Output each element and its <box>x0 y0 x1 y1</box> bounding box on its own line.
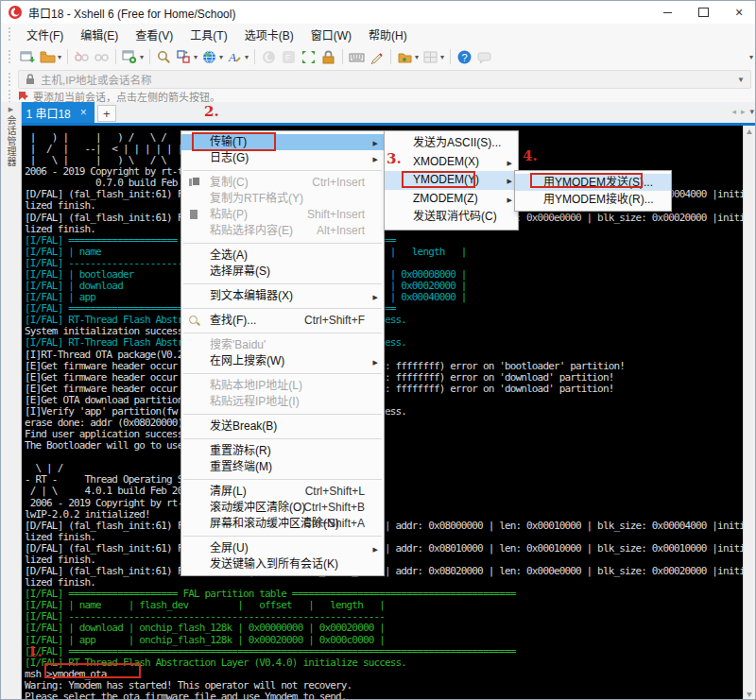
context-menu-item-3[interactable]: 复制(C)Ctrl+Insert <box>181 175 384 191</box>
compose-button[interactable] <box>175 48 193 66</box>
context-menu-item-19[interactable]: 粘贴远程IP地址(I) <box>181 394 384 410</box>
menubar-item-4[interactable]: 选项卡(B) <box>236 24 302 45</box>
context-menu-item-21[interactable]: 发送Break(B) <box>181 418 384 435</box>
menu-item-label: 清屏(L) <box>210 485 247 498</box>
context-menu-item-27[interactable]: 滚动缓冲区清除(O)Ctrl+Shift+B <box>181 500 384 516</box>
tab-scroll-left-icon[interactable]: ◂ <box>731 107 736 116</box>
xftp-button[interactable]: F <box>280 48 298 66</box>
context-menu-item-16[interactable]: 在网上搜索(W)▶ <box>181 353 384 369</box>
context-menu-item-4[interactable]: 复制为RTF格式(Y) <box>181 191 384 207</box>
ymodem-submenu-item-1[interactable]: 用YMODEM接收(R)... <box>515 191 671 208</box>
menu-icon-slot <box>189 446 200 457</box>
connect-button[interactable] <box>73 48 91 66</box>
terminal-line-38: [D/FAL] (fal_flash_init:61) Flash device… <box>25 566 745 577</box>
session-properties-dropdown[interactable]: ▾ <box>140 53 144 61</box>
context-menu-separator <box>183 479 382 480</box>
context-menu-item-26[interactable]: 清屏(L)Ctrl+Shift+L <box>181 484 384 500</box>
session-manager-strip[interactable]: ▶ 会话管理器 <box>1 102 22 700</box>
menu-icon-slot <box>189 153 200 164</box>
layout-grid-dropdown[interactable]: ▾ <box>440 53 444 61</box>
close-button[interactable]: × <box>721 1 756 24</box>
menu-item-shortcut: Alt+Insert <box>317 223 365 239</box>
context-menu-item-9[interactable]: 选择屏幕(S) <box>181 264 384 280</box>
pane-dock-icon[interactable]: ▶ <box>7 106 16 113</box>
svg-text:F: F <box>285 53 291 62</box>
tab-list-dropdown-icon[interactable]: ▾ <box>749 107 754 116</box>
ymodem-submenu-item-0[interactable]: 用YMODEM发送(S)... <box>515 174 671 191</box>
xshell-logo-icon <box>8 5 23 20</box>
scrollbar-up-icon[interactable] <box>747 129 752 134</box>
menubar-item-1[interactable]: 编辑(E) <box>72 24 127 45</box>
layout-grid-button[interactable] <box>421 48 439 66</box>
context-menu-item-15[interactable]: 搜索'Baidu' <box>181 337 384 353</box>
menu-item-label: 粘贴选择内容(E) <box>210 224 293 237</box>
menu-icon-slot <box>189 543 200 555</box>
web-browser-button[interactable] <box>200 48 218 66</box>
context-menu-item-24[interactable]: 重置终端(M) <box>181 459 384 475</box>
ymodem-submenu: 用YMODEM发送(S)...用YMODEM接收(R)... <box>514 170 672 212</box>
scrollbar-down-icon[interactable] <box>747 692 752 697</box>
context-menu-item-28[interactable]: 屏幕和滚动缓冲区清除(N)Ctrl+Shift+A <box>181 516 384 532</box>
transfer-submenu-item-4[interactable]: 发送取消代码(C) <box>385 208 518 227</box>
context-menu-item-0[interactable]: 传输(T)▶ <box>181 134 384 150</box>
maximize-button[interactable] <box>685 1 721 24</box>
menubar-item-0[interactable]: 文件(F) <box>18 24 72 45</box>
new-file-button[interactable] <box>396 48 414 66</box>
find-button[interactable] <box>155 48 173 66</box>
transfer-submenu: 发送为ASCII(S)...XMODEM(X)▶YMODEM(Y)▶ZMODEM… <box>384 130 519 230</box>
virtual-keyboard-button[interactable] <box>348 48 366 66</box>
session-properties-button[interactable] <box>121 48 139 66</box>
new-file-dropdown[interactable]: ▾ <box>415 53 419 61</box>
message-button[interactable] <box>475 48 493 66</box>
tab-scroll-right-icon[interactable]: ▸ <box>741 107 746 116</box>
context-menu-item-6[interactable]: 粘贴选择内容(E)Alt+Insert <box>181 223 384 239</box>
help-button[interactable]: ? <box>455 48 473 66</box>
new-tab-button[interactable]: + <box>97 105 116 122</box>
submenu-arrow-icon: ▶ <box>373 289 378 305</box>
transfer-submenu-item-1[interactable]: XMODEM(X)▶ <box>385 153 518 172</box>
context-menu-item-8[interactable]: 全选(A) <box>181 248 384 264</box>
lock-screen-button[interactable] <box>319 48 337 66</box>
new-session-button[interactable] <box>19 48 37 66</box>
toolbar-overflow-caret[interactable]: ▾ <box>749 53 753 61</box>
host-address-input[interactable]: 主机,IP地址或会话名称 ▼ <box>18 70 751 89</box>
fullscreen-button[interactable] <box>300 48 318 66</box>
context-menu-item-11[interactable]: 到文本编辑器(X)▶ <box>181 288 384 304</box>
context-menu-item-13[interactable]: 查找(F)...Ctrl+Shift+F <box>181 313 384 329</box>
menubar-item-5[interactable]: 窗口(W) <box>302 24 360 45</box>
menu-item-label: XMODEM(X) <box>413 155 479 168</box>
context-menu-item-30[interactable]: 全屏(U)▶ <box>181 540 384 556</box>
transfer-submenu-item-2[interactable]: YMODEM(Y)▶ <box>385 171 518 190</box>
open-folder-dropdown[interactable]: ▾ <box>58 53 61 61</box>
menu-item-label: 全屏(U) <box>210 541 249 555</box>
highlighter-button[interactable] <box>368 48 386 66</box>
transfer-submenu-item-0[interactable]: 发送为ASCII(S)... <box>385 134 518 153</box>
menubar-item-3[interactable]: 工具(T) <box>181 24 235 45</box>
transfer-submenu-item-3[interactable]: ZMODEM(Z)▶ <box>385 190 518 209</box>
web-browser-dropdown[interactable]: ▾ <box>219 53 223 61</box>
context-menu-item-5[interactable]: 粘贴(P)Shift+Insert <box>181 207 384 223</box>
font-dropdown[interactable]: ▾ <box>245 53 249 61</box>
disconnect-button[interactable] <box>93 48 111 66</box>
minimize-button[interactable] <box>649 1 685 24</box>
menubar-item-6[interactable]: 帮助(H) <box>360 24 416 45</box>
menu-item-shortcut: Shift+Insert <box>307 207 365 223</box>
keyboard-icon <box>349 49 365 65</box>
font-button[interactable]: A <box>226 48 244 66</box>
context-menu-item-31[interactable]: 发送键输入到所有会话(K) <box>181 556 384 572</box>
menubar-item-2[interactable]: 查看(V) <box>127 24 181 45</box>
context-menu-separator <box>183 308 382 309</box>
submenu-arrow-icon: ▶ <box>373 135 378 151</box>
terminal-scrollbar[interactable] <box>743 126 755 700</box>
address-placeholder: 主机,IP地址或会话名称 <box>41 72 152 87</box>
context-menu-item-23[interactable]: 重置游标(R) <box>181 443 384 459</box>
address-dropdown-icon[interactable]: ▼ <box>737 76 750 84</box>
tab-close-icon[interactable]: × <box>80 106 87 119</box>
terminal-line-45: [I/FAL] ================================… <box>25 646 516 657</box>
xshell-button[interactable] <box>260 48 278 66</box>
compose-dropdown[interactable]: ▾ <box>194 53 198 61</box>
context-menu-item-18[interactable]: 粘贴本地IP地址(L) <box>181 378 384 394</box>
menu-icon-slot <box>392 174 404 185</box>
open-folder-button[interactable] <box>39 48 57 66</box>
context-menu-item-1[interactable]: 日志(G)▶ <box>181 150 384 166</box>
